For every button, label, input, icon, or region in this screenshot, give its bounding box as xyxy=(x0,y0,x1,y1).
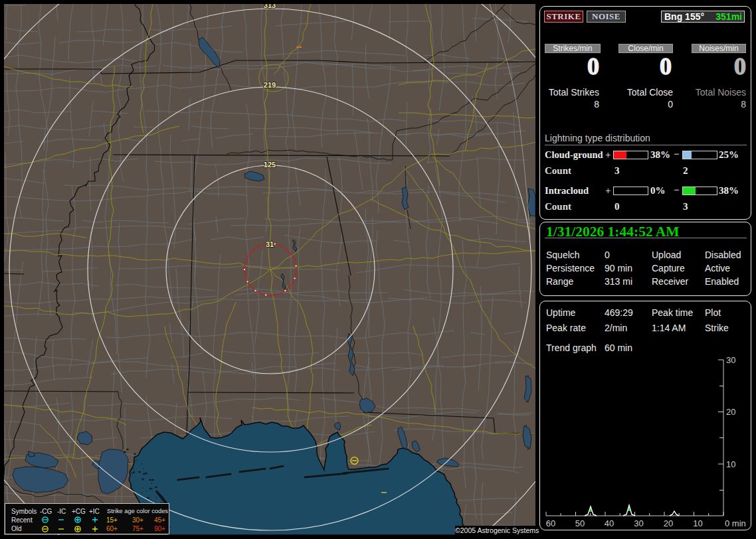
svg-text:30: 30 xyxy=(726,355,735,365)
svg-text:31: 31 xyxy=(266,240,274,248)
svg-text:50: 50 xyxy=(575,518,585,528)
svg-text:313: 313 xyxy=(264,4,276,9)
svg-text:20: 20 xyxy=(664,518,673,528)
svg-text:40: 40 xyxy=(605,518,614,528)
svg-text:60: 60 xyxy=(546,518,555,528)
svg-text:10: 10 xyxy=(693,518,702,528)
svg-text:10: 10 xyxy=(726,459,735,469)
svg-text:20: 20 xyxy=(726,407,735,417)
svg-text:0 min: 0 min xyxy=(725,518,746,528)
svg-text:30: 30 xyxy=(634,518,643,528)
svg-text:219: 219 xyxy=(264,81,276,89)
svg-text:125: 125 xyxy=(264,161,276,169)
